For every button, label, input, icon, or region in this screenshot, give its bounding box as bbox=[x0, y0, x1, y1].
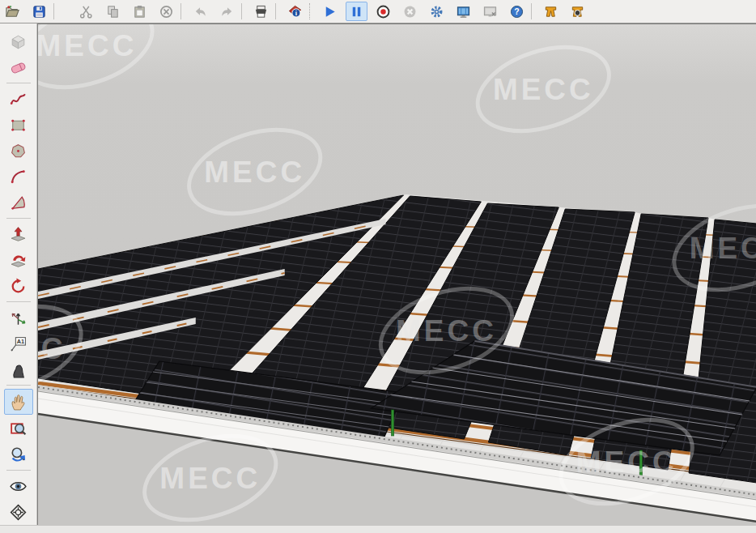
redo-arrow-icon bbox=[219, 4, 235, 19]
clamp-a-button[interactable] bbox=[540, 2, 562, 21]
tool-rotate[interactable] bbox=[5, 274, 32, 298]
watermark-text: MECC bbox=[38, 331, 66, 365]
tool-rectangle[interactable] bbox=[5, 113, 32, 137]
tool-zoom-previous[interactable] bbox=[5, 442, 32, 467]
tool-walk[interactable] bbox=[5, 500, 32, 524]
tool-follow-me[interactable] bbox=[5, 248, 32, 272]
watermark-text: MECC bbox=[38, 28, 137, 62]
copy-icon bbox=[105, 4, 121, 19]
display-off-button[interactable] bbox=[479, 2, 501, 21]
watermark-text: MECC bbox=[690, 231, 756, 264]
tool-push-pull[interactable] bbox=[5, 222, 32, 246]
watermark-text: MECC bbox=[493, 72, 594, 105]
push-pull-icon bbox=[9, 225, 28, 244]
zoom-previous-icon bbox=[9, 446, 28, 464]
settings-button[interactable] bbox=[426, 2, 448, 21]
eraser-icon bbox=[9, 58, 28, 77]
model-info-button[interactable]: i bbox=[284, 2, 306, 21]
model-scene: MECC MECC MECC MECC MECC MECC MECC MECC bbox=[38, 24, 756, 525]
toolbar-separator bbox=[241, 3, 242, 19]
watermark-text: MECC bbox=[204, 155, 305, 188]
toolbar-separator bbox=[53, 3, 54, 19]
delete-circle-x-icon bbox=[159, 4, 174, 19]
tool-sidebar: A1 bbox=[0, 23, 37, 525]
axes-tool-icon bbox=[9, 309, 28, 327]
rotate-icon bbox=[9, 277, 28, 296]
redo-button[interactable] bbox=[216, 2, 238, 21]
sidebar-divider bbox=[6, 218, 31, 219]
help-button[interactable]: ? bbox=[506, 2, 528, 21]
svg-text:?: ? bbox=[514, 7, 519, 16]
tool-polygon[interactable] bbox=[5, 139, 32, 163]
watermark-text: MECC bbox=[396, 313, 497, 347]
status-strip bbox=[0, 525, 756, 533]
help-icon: ? bbox=[509, 4, 525, 19]
pan-hand-icon bbox=[9, 393, 28, 411]
play-button[interactable] bbox=[319, 2, 341, 21]
pie-tool-icon bbox=[9, 194, 28, 212]
toolbar-separator bbox=[181, 3, 181, 19]
sidebar-divider bbox=[6, 301, 31, 302]
display-button[interactable] bbox=[452, 2, 474, 21]
save-button[interactable] bbox=[28, 2, 50, 21]
text-tool-icon: A1 bbox=[9, 335, 28, 353]
record-icon bbox=[376, 4, 391, 19]
open-folder-icon bbox=[5, 4, 20, 19]
tool-eraser[interactable] bbox=[5, 55, 32, 79]
stop-button[interactable] bbox=[399, 2, 421, 21]
tool-pie[interactable] bbox=[5, 190, 32, 215]
eye-icon bbox=[9, 477, 28, 496]
select-cube-icon bbox=[9, 32, 28, 51]
arc-tool-icon bbox=[9, 168, 28, 186]
printer-icon bbox=[253, 4, 269, 19]
polygon-tool-icon bbox=[9, 142, 28, 160]
position-camera-icon bbox=[9, 360, 28, 379]
sidebar-divider bbox=[6, 470, 31, 471]
3d-viewport[interactable]: MECC MECC MECC MECC MECC MECC MECC MECC bbox=[37, 23, 756, 525]
monitor-disabled-icon bbox=[482, 4, 498, 19]
pause-icon bbox=[349, 4, 364, 19]
clamp-circle-icon bbox=[570, 4, 585, 19]
watermark-text: MECC bbox=[576, 445, 677, 478]
pause-button[interactable] bbox=[346, 2, 367, 21]
sidebar-divider bbox=[6, 385, 31, 386]
model-info-icon: i bbox=[287, 4, 303, 19]
record-button[interactable] bbox=[372, 2, 394, 21]
floppy-save-icon bbox=[32, 4, 47, 19]
toolbar-separator bbox=[531, 3, 532, 19]
paste-clipboard-icon bbox=[132, 4, 147, 19]
follow-me-icon bbox=[9, 251, 28, 270]
tool-arc[interactable] bbox=[5, 164, 32, 189]
tool-pan[interactable] bbox=[4, 389, 33, 415]
walk-compass-icon bbox=[9, 503, 28, 522]
tool-position-camera[interactable] bbox=[5, 357, 32, 382]
undo-arrow-icon bbox=[193, 4, 208, 19]
delete-button[interactable] bbox=[155, 2, 177, 21]
stop-disabled-icon bbox=[402, 4, 418, 19]
play-icon bbox=[322, 4, 338, 19]
tool-look-around[interactable] bbox=[5, 474, 32, 498]
tool-select[interactable] bbox=[5, 29, 32, 53]
clamp-bracket-icon bbox=[543, 4, 559, 19]
tool-axes[interactable] bbox=[5, 305, 32, 330]
tool-text[interactable]: A1 bbox=[5, 331, 32, 356]
svg-text:A1: A1 bbox=[17, 337, 24, 344]
sidebar-divider bbox=[6, 83, 31, 83]
zoom-window-icon bbox=[9, 420, 28, 438]
support-post bbox=[392, 410, 394, 436]
undo-button[interactable] bbox=[189, 2, 211, 21]
open-button[interactable] bbox=[2, 2, 23, 21]
tool-freehand[interactable] bbox=[5, 87, 32, 111]
clamp-b-button[interactable] bbox=[567, 2, 588, 21]
paste-button[interactable] bbox=[129, 2, 151, 21]
scissors-cut-icon bbox=[79, 4, 94, 19]
freehand-line-icon bbox=[9, 90, 28, 109]
tool-zoom-window[interactable] bbox=[5, 416, 32, 441]
copy-button[interactable] bbox=[102, 2, 124, 21]
app-window: i ? bbox=[0, 0, 756, 533]
monitor-icon bbox=[456, 4, 471, 19]
cut-button[interactable] bbox=[75, 2, 97, 21]
print-button[interactable] bbox=[250, 2, 272, 21]
gear-icon bbox=[429, 4, 444, 19]
rectangle-tool-icon bbox=[9, 116, 28, 134]
